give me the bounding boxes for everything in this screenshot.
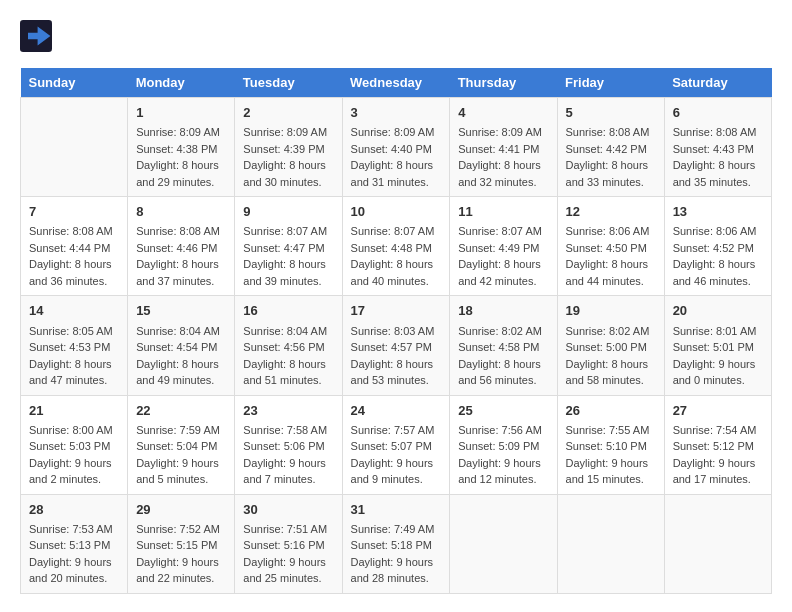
weekday-header: Thursday	[450, 68, 557, 98]
day-info: Sunrise: 8:09 AMSunset: 4:40 PMDaylight:…	[351, 124, 442, 190]
day-number: 21	[29, 402, 119, 420]
day-number: 5	[566, 104, 656, 122]
weekday-header: Sunday	[21, 68, 128, 98]
day-number: 12	[566, 203, 656, 221]
day-info: Sunrise: 8:04 AMSunset: 4:54 PMDaylight:…	[136, 323, 226, 389]
calendar-table: SundayMondayTuesdayWednesdayThursdayFrid…	[20, 68, 772, 594]
day-number: 10	[351, 203, 442, 221]
day-number: 24	[351, 402, 442, 420]
calendar-cell: 25Sunrise: 7:56 AMSunset: 5:09 PMDayligh…	[450, 395, 557, 494]
calendar-cell: 4Sunrise: 8:09 AMSunset: 4:41 PMDaylight…	[450, 98, 557, 197]
day-info: Sunrise: 8:08 AMSunset: 4:46 PMDaylight:…	[136, 223, 226, 289]
day-info: Sunrise: 8:08 AMSunset: 4:43 PMDaylight:…	[673, 124, 763, 190]
day-info: Sunrise: 7:52 AMSunset: 5:15 PMDaylight:…	[136, 521, 226, 587]
day-info: Sunrise: 7:53 AMSunset: 5:13 PMDaylight:…	[29, 521, 119, 587]
day-info: Sunrise: 8:06 AMSunset: 4:50 PMDaylight:…	[566, 223, 656, 289]
logo-icon	[20, 20, 52, 52]
day-number: 15	[136, 302, 226, 320]
calendar-cell: 15Sunrise: 8:04 AMSunset: 4:54 PMDayligh…	[128, 296, 235, 395]
day-number: 4	[458, 104, 548, 122]
calendar-cell: 7Sunrise: 8:08 AMSunset: 4:44 PMDaylight…	[21, 197, 128, 296]
day-info: Sunrise: 8:00 AMSunset: 5:03 PMDaylight:…	[29, 422, 119, 488]
day-info: Sunrise: 7:51 AMSunset: 5:16 PMDaylight:…	[243, 521, 333, 587]
weekday-header: Wednesday	[342, 68, 450, 98]
day-number: 23	[243, 402, 333, 420]
day-number: 9	[243, 203, 333, 221]
calendar-cell: 6Sunrise: 8:08 AMSunset: 4:43 PMDaylight…	[664, 98, 771, 197]
weekday-header: Tuesday	[235, 68, 342, 98]
day-number: 25	[458, 402, 548, 420]
day-number: 26	[566, 402, 656, 420]
calendar-cell: 5Sunrise: 8:08 AMSunset: 4:42 PMDaylight…	[557, 98, 664, 197]
day-info: Sunrise: 8:09 AMSunset: 4:41 PMDaylight:…	[458, 124, 548, 190]
day-info: Sunrise: 7:49 AMSunset: 5:18 PMDaylight:…	[351, 521, 442, 587]
day-number: 20	[673, 302, 763, 320]
day-info: Sunrise: 7:57 AMSunset: 5:07 PMDaylight:…	[351, 422, 442, 488]
calendar-cell: 31Sunrise: 7:49 AMSunset: 5:18 PMDayligh…	[342, 494, 450, 593]
day-info: Sunrise: 8:09 AMSunset: 4:39 PMDaylight:…	[243, 124, 333, 190]
calendar-cell: 29Sunrise: 7:52 AMSunset: 5:15 PMDayligh…	[128, 494, 235, 593]
calendar-cell: 26Sunrise: 7:55 AMSunset: 5:10 PMDayligh…	[557, 395, 664, 494]
calendar-cell: 24Sunrise: 7:57 AMSunset: 5:07 PMDayligh…	[342, 395, 450, 494]
calendar-cell: 12Sunrise: 8:06 AMSunset: 4:50 PMDayligh…	[557, 197, 664, 296]
day-number: 30	[243, 501, 333, 519]
day-number: 28	[29, 501, 119, 519]
day-info: Sunrise: 8:02 AMSunset: 5:00 PMDaylight:…	[566, 323, 656, 389]
calendar-cell: 28Sunrise: 7:53 AMSunset: 5:13 PMDayligh…	[21, 494, 128, 593]
calendar-cell	[450, 494, 557, 593]
day-number: 27	[673, 402, 763, 420]
day-number: 7	[29, 203, 119, 221]
calendar-cell: 3Sunrise: 8:09 AMSunset: 4:40 PMDaylight…	[342, 98, 450, 197]
day-info: Sunrise: 8:08 AMSunset: 4:44 PMDaylight:…	[29, 223, 119, 289]
day-info: Sunrise: 7:59 AMSunset: 5:04 PMDaylight:…	[136, 422, 226, 488]
calendar-cell	[557, 494, 664, 593]
calendar-cell: 8Sunrise: 8:08 AMSunset: 4:46 PMDaylight…	[128, 197, 235, 296]
day-info: Sunrise: 8:06 AMSunset: 4:52 PMDaylight:…	[673, 223, 763, 289]
day-number: 1	[136, 104, 226, 122]
day-info: Sunrise: 7:56 AMSunset: 5:09 PMDaylight:…	[458, 422, 548, 488]
calendar-cell: 23Sunrise: 7:58 AMSunset: 5:06 PMDayligh…	[235, 395, 342, 494]
day-number: 22	[136, 402, 226, 420]
day-info: Sunrise: 8:07 AMSunset: 4:48 PMDaylight:…	[351, 223, 442, 289]
weekday-header: Friday	[557, 68, 664, 98]
calendar-week-row: 1Sunrise: 8:09 AMSunset: 4:38 PMDaylight…	[21, 98, 772, 197]
calendar-cell: 9Sunrise: 8:07 AMSunset: 4:47 PMDaylight…	[235, 197, 342, 296]
day-info: Sunrise: 7:55 AMSunset: 5:10 PMDaylight:…	[566, 422, 656, 488]
calendar-cell: 16Sunrise: 8:04 AMSunset: 4:56 PMDayligh…	[235, 296, 342, 395]
calendar-cell: 19Sunrise: 8:02 AMSunset: 5:00 PMDayligh…	[557, 296, 664, 395]
calendar-cell: 13Sunrise: 8:06 AMSunset: 4:52 PMDayligh…	[664, 197, 771, 296]
day-number: 2	[243, 104, 333, 122]
day-info: Sunrise: 8:09 AMSunset: 4:38 PMDaylight:…	[136, 124, 226, 190]
calendar-cell	[21, 98, 128, 197]
day-info: Sunrise: 8:03 AMSunset: 4:57 PMDaylight:…	[351, 323, 442, 389]
day-info: Sunrise: 8:04 AMSunset: 4:56 PMDaylight:…	[243, 323, 333, 389]
day-info: Sunrise: 8:01 AMSunset: 5:01 PMDaylight:…	[673, 323, 763, 389]
day-info: Sunrise: 7:58 AMSunset: 5:06 PMDaylight:…	[243, 422, 333, 488]
page-header	[20, 20, 772, 52]
day-info: Sunrise: 8:07 AMSunset: 4:47 PMDaylight:…	[243, 223, 333, 289]
calendar-week-row: 21Sunrise: 8:00 AMSunset: 5:03 PMDayligh…	[21, 395, 772, 494]
day-info: Sunrise: 8:08 AMSunset: 4:42 PMDaylight:…	[566, 124, 656, 190]
weekday-header: Monday	[128, 68, 235, 98]
calendar-cell: 1Sunrise: 8:09 AMSunset: 4:38 PMDaylight…	[128, 98, 235, 197]
day-info: Sunrise: 7:54 AMSunset: 5:12 PMDaylight:…	[673, 422, 763, 488]
day-number: 31	[351, 501, 442, 519]
calendar-cell: 14Sunrise: 8:05 AMSunset: 4:53 PMDayligh…	[21, 296, 128, 395]
day-info: Sunrise: 8:02 AMSunset: 4:58 PMDaylight:…	[458, 323, 548, 389]
calendar-week-row: 28Sunrise: 7:53 AMSunset: 5:13 PMDayligh…	[21, 494, 772, 593]
calendar-cell: 17Sunrise: 8:03 AMSunset: 4:57 PMDayligh…	[342, 296, 450, 395]
day-number: 6	[673, 104, 763, 122]
calendar-cell: 21Sunrise: 8:00 AMSunset: 5:03 PMDayligh…	[21, 395, 128, 494]
day-info: Sunrise: 8:07 AMSunset: 4:49 PMDaylight:…	[458, 223, 548, 289]
calendar-cell: 10Sunrise: 8:07 AMSunset: 4:48 PMDayligh…	[342, 197, 450, 296]
weekday-header: Saturday	[664, 68, 771, 98]
day-number: 16	[243, 302, 333, 320]
day-info: Sunrise: 8:05 AMSunset: 4:53 PMDaylight:…	[29, 323, 119, 389]
day-number: 29	[136, 501, 226, 519]
day-number: 14	[29, 302, 119, 320]
calendar-cell: 30Sunrise: 7:51 AMSunset: 5:16 PMDayligh…	[235, 494, 342, 593]
calendar-cell: 11Sunrise: 8:07 AMSunset: 4:49 PMDayligh…	[450, 197, 557, 296]
day-number: 19	[566, 302, 656, 320]
day-number: 11	[458, 203, 548, 221]
calendar-cell: 20Sunrise: 8:01 AMSunset: 5:01 PMDayligh…	[664, 296, 771, 395]
